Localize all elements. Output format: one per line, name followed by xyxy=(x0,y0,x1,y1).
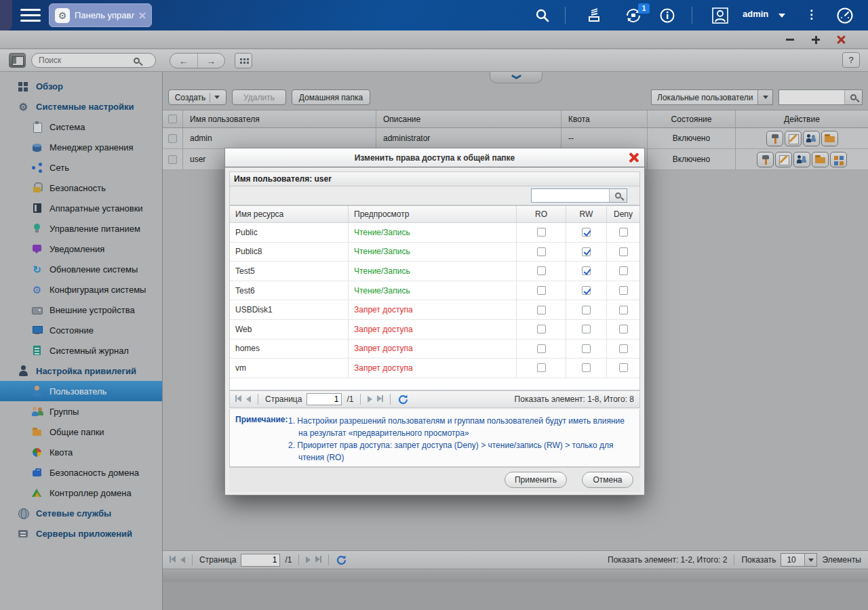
note-line-2: 2. Приоритет прав доступа: запрет доступ… xyxy=(288,439,633,464)
ro-checkbox[interactable] xyxy=(537,363,546,372)
deny-checkbox[interactable] xyxy=(619,247,628,256)
deny-checkbox[interactable] xyxy=(619,306,628,314)
refresh-icon[interactable] xyxy=(397,394,409,405)
permission-row: homes Запрет доступа xyxy=(230,340,639,359)
folder-search[interactable] xyxy=(531,188,627,203)
ro-checkbox[interactable] xyxy=(537,247,546,256)
dashboard-gauge-icon[interactable] xyxy=(835,6,854,25)
edit-shared-folder-permission-dialog: Изменить права доступа к общей папке Имя… xyxy=(224,148,645,495)
col-rw[interactable]: RW xyxy=(566,206,607,222)
col-deny[interactable]: Deny xyxy=(607,206,639,222)
dialog-note: Примечание: 1. Настройки разрешений поль… xyxy=(229,409,640,467)
user-menu[interactable]: admin xyxy=(743,9,768,19)
last-page-icon[interactable] xyxy=(377,394,383,404)
rw-checkbox[interactable] xyxy=(582,363,591,372)
divider xyxy=(565,7,566,24)
permission-row: USBDisk1 Запрет доступа xyxy=(230,300,639,320)
top-nav-bar: ⚙ Панель управл... 1 admin ⋮ xyxy=(0,0,868,30)
note-line-1: 1. Настройки разрешений пользователям и … xyxy=(288,415,633,439)
rw-checkbox[interactable] xyxy=(582,266,591,275)
tab-close-icon[interactable] xyxy=(139,12,146,19)
deny-checkbox[interactable] xyxy=(619,228,628,237)
deny-checkbox[interactable] xyxy=(619,344,628,353)
ro-checkbox[interactable] xyxy=(537,306,546,314)
divider xyxy=(692,7,692,24)
ro-checkbox[interactable] xyxy=(537,344,546,353)
prev-page-icon[interactable] xyxy=(246,396,251,403)
permission-row: Web Запрет доступа xyxy=(230,320,639,340)
rw-checkbox[interactable] xyxy=(582,325,591,333)
rw-checkbox[interactable] xyxy=(582,286,591,295)
notification-badge: 1 xyxy=(638,3,650,14)
search-icon[interactable] xyxy=(609,189,627,202)
tab-label: Панель управл... xyxy=(75,10,134,20)
chevron-down-icon xyxy=(778,14,785,18)
apply-button[interactable]: Применить xyxy=(505,472,567,488)
dialog-search-row xyxy=(229,186,640,205)
ro-checkbox[interactable] xyxy=(537,286,546,295)
info-icon[interactable] xyxy=(658,6,677,25)
page-count: /1 xyxy=(347,394,353,404)
rw-checkbox[interactable] xyxy=(582,228,591,237)
rw-checkbox[interactable] xyxy=(582,306,591,314)
ro-checkbox[interactable] xyxy=(537,325,546,333)
more-options-icon[interactable]: ⋮ xyxy=(806,5,817,24)
permissions-table-header: Имя ресурса Предпросмотр RO RW Deny xyxy=(230,206,639,223)
dialog-close-icon[interactable] xyxy=(628,152,638,163)
tab-control-panel[interactable]: ⚙ Панель управл... xyxy=(49,3,152,27)
items-summary: Показать элемент: 1-8, Итого: 8 xyxy=(515,394,634,404)
dialog-pagination-bar: Страница /1 Показать элемент: 1-8, Итого… xyxy=(229,390,640,408)
corner-accent xyxy=(0,0,12,30)
page-number-input[interactable] xyxy=(307,393,342,405)
main-menu-icon[interactable] xyxy=(20,9,41,22)
permission-row: Public Чтение/Запись xyxy=(230,223,639,243)
dialog-title: Изменить права доступа к общей папке xyxy=(225,148,644,167)
ro-checkbox[interactable] xyxy=(537,228,546,237)
qnap-desktop: ⚙ Панель управл... 1 admin ⋮ Панель упра… xyxy=(0,0,868,610)
deny-checkbox[interactable] xyxy=(619,286,628,295)
permissions-table: Имя ресурса Предпросмотр RO RW Deny Publ… xyxy=(229,205,640,390)
dialog-footer: Применить Отмена xyxy=(229,467,640,492)
deny-checkbox[interactable] xyxy=(619,266,628,275)
rw-checkbox[interactable] xyxy=(582,247,591,256)
global-search-icon[interactable] xyxy=(533,6,552,25)
next-page-icon[interactable] xyxy=(368,396,372,403)
col-preview[interactable]: Предпросмотр xyxy=(349,206,517,222)
rw-checkbox[interactable] xyxy=(582,344,591,353)
permission-row: vm Запрет доступа xyxy=(230,359,639,378)
folder-search-input[interactable] xyxy=(532,191,609,201)
page-label: Страница xyxy=(265,394,302,404)
user-avatar-icon[interactable] xyxy=(711,6,730,25)
cancel-button[interactable]: Отмена xyxy=(582,472,633,488)
background-tasks-icon[interactable] xyxy=(585,6,604,25)
col-ro[interactable]: RO xyxy=(517,206,566,222)
note-label: Примечание: xyxy=(235,415,288,466)
col-resource-name[interactable]: Имя ресурса xyxy=(230,206,349,222)
first-page-icon[interactable] xyxy=(235,394,241,404)
permission-row: Test5 Чтение/Запись xyxy=(230,262,639,281)
ro-checkbox[interactable] xyxy=(537,266,546,275)
deny-checkbox[interactable] xyxy=(619,325,628,333)
permission-row: Public8 Чтение/Запись xyxy=(230,243,639,262)
deny-checkbox[interactable] xyxy=(619,363,628,372)
dialog-subtitle: Имя пользователя: user xyxy=(229,171,640,186)
permission-row: Test6 Чтение/Запись xyxy=(230,281,639,301)
gear-icon: ⚙ xyxy=(55,8,70,23)
